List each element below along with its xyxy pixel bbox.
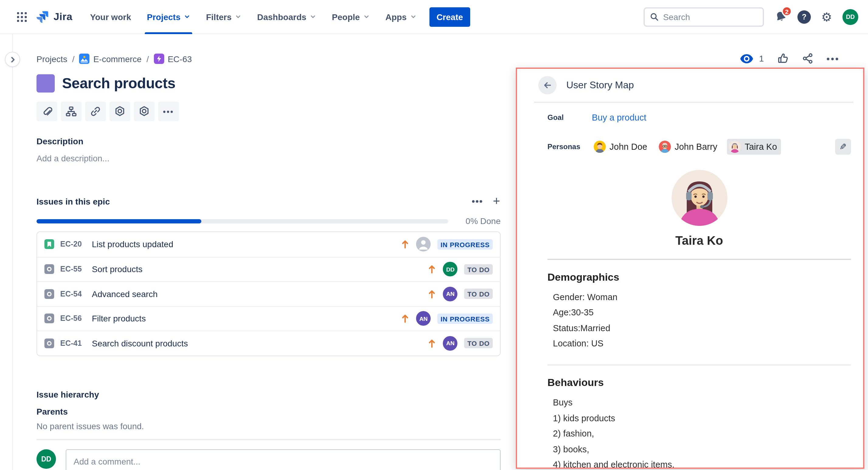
status-badge[interactable]: TO DO: [464, 338, 493, 349]
epic-issues-heading: Issues in this epic: [36, 196, 110, 206]
hexagon-target-icon: [114, 105, 126, 117]
issue-row[interactable]: EC-56 Filter products AN IN PROGRESS: [37, 306, 500, 330]
paperclip-icon: [41, 105, 53, 117]
attach-button[interactable]: [36, 102, 57, 121]
epic-more-button[interactable]: •••: [472, 196, 483, 206]
issue-row[interactable]: EC-54 Advanced search AN TO DO: [37, 281, 500, 306]
like-button[interactable]: [777, 52, 789, 64]
nav-right-cluster: 2 ? ⚙ DD: [644, 7, 858, 27]
goal-label: Goal: [548, 113, 592, 122]
comment-input[interactable]: [66, 449, 501, 470]
issue-row[interactable]: EC-20 List products updated IN PROGRESS: [37, 232, 500, 257]
jira-logo[interactable]: Jira: [36, 10, 72, 24]
assignee-avatar[interactable]: AN: [416, 312, 431, 326]
user-story-map-panel: User Story Map Goal Buy a product Person…: [516, 67, 864, 469]
status-badge[interactable]: IN PROGRESS: [437, 239, 493, 249]
chevron-down-icon: [363, 13, 370, 20]
persona-chip-taira-ko[interactable]: Taira Ko: [727, 139, 781, 155]
no-parents-text: No parent issues was found.: [36, 421, 501, 431]
back-button[interactable]: [538, 76, 557, 94]
goal-link[interactable]: Buy a product: [592, 113, 646, 122]
issue-key: EC-56: [60, 315, 86, 323]
settings-button[interactable]: ⚙: [821, 11, 832, 23]
epic-progress-fill: [36, 219, 202, 223]
breadcrumb-project[interactable]: E-commerce: [80, 54, 142, 64]
nav-item-people[interactable]: People: [326, 0, 375, 34]
status-badge[interactable]: IN PROGRESS: [437, 314, 493, 324]
thumbs-up-icon: [777, 52, 789, 64]
app-action-button-2[interactable]: [134, 102, 155, 121]
share-button[interactable]: [802, 52, 814, 64]
breadcrumb-separator: /: [72, 54, 74, 64]
priority-high-icon: [428, 339, 436, 348]
issue-row[interactable]: EC-41 Search discount products AN TO DO: [37, 330, 500, 355]
create-button[interactable]: Create: [429, 7, 470, 27]
help-button[interactable]: ?: [798, 10, 811, 24]
add-child-issue-button[interactable]: [61, 102, 82, 121]
expand-sidebar-button[interactable]: [5, 52, 20, 67]
search-input[interactable]: [663, 12, 748, 22]
global-search[interactable]: [644, 7, 764, 27]
persona-chip-john-doe[interactable]: John Doe: [592, 139, 651, 155]
priority-high-icon: [428, 289, 436, 299]
epic-color-icon[interactable]: [36, 74, 55, 92]
search-icon: [650, 12, 659, 21]
app-switcher-icon[interactable]: [12, 7, 32, 27]
issue-type-icon: [44, 314, 54, 324]
nav-item-dashboards[interactable]: Dashboards: [252, 0, 322, 34]
nav-item-apps[interactable]: Apps: [380, 0, 422, 34]
breadcrumb: Projects / E-commerce / EC-63: [36, 54, 501, 64]
assignee-avatar[interactable]: AN: [443, 336, 458, 351]
notifications-button[interactable]: 2: [774, 10, 787, 23]
jira-logo-text: Jira: [54, 11, 72, 23]
chevron-down-icon: [410, 13, 416, 20]
assignee-avatar[interactable]: DD: [443, 262, 458, 277]
priority-high-icon: [401, 314, 409, 324]
assignee-avatar-unassigned[interactable]: [416, 237, 431, 252]
description-placeholder[interactable]: Add a description...: [36, 153, 501, 163]
pencil-icon: ✎: [839, 142, 846, 152]
persona-chip-john-barry[interactable]: John Barry: [657, 139, 721, 155]
grid-icon: [17, 11, 27, 22]
chevron-down-icon: [183, 13, 190, 20]
app-action-button[interactable]: [110, 102, 130, 121]
issue-key: EC-41: [60, 339, 86, 348]
edit-personas-button[interactable]: ✎: [835, 139, 851, 155]
breadcrumb-issue[interactable]: EC-63: [154, 54, 192, 64]
issue-row[interactable]: EC-55 Sort products DD TO DO: [37, 257, 500, 281]
behaviour-item: 2) fashion,: [553, 426, 851, 442]
share-icon: [802, 52, 814, 64]
watch-button[interactable]: 1: [740, 53, 764, 64]
issue-summary[interactable]: Sort products: [92, 265, 422, 274]
issue-toolbar: •••: [36, 102, 501, 121]
profile-avatar[interactable]: DD: [842, 9, 858, 25]
comment-avatar[interactable]: DD: [36, 449, 56, 468]
issue-summary[interactable]: List products updated: [92, 240, 395, 249]
nav-item-filters[interactable]: Filters: [200, 0, 247, 34]
panel-header: User Story Map: [517, 69, 863, 101]
issue-summary[interactable]: Filter products: [92, 314, 395, 324]
epic-done-label: 0% Done: [466, 216, 501, 226]
project-avatar-icon: [80, 54, 90, 64]
more-toolbar-button[interactable]: •••: [158, 102, 179, 121]
nav-item-projects[interactable]: Projects: [142, 0, 196, 34]
add-issue-button[interactable]: +: [493, 194, 501, 208]
issue-summary[interactable]: Search discount products: [92, 339, 422, 348]
breadcrumb-projects[interactable]: Projects: [36, 54, 67, 64]
person-icon: [416, 237, 431, 252]
status-badge[interactable]: TO DO: [464, 289, 493, 299]
story-icon: [44, 240, 54, 249]
sidebar-divider: [12, 34, 13, 470]
demographics-heading: Demographics: [548, 271, 851, 284]
divider: [36, 439, 501, 440]
issue-key: EC-55: [60, 265, 86, 274]
nav-item-your-work[interactable]: Your work: [85, 0, 136, 34]
behaviour-item: 4) kitchen and electronic items.: [553, 457, 851, 469]
link-issue-button[interactable]: [85, 102, 106, 121]
issue-summary[interactable]: Advanced search: [92, 289, 422, 299]
status-badge[interactable]: TO DO: [464, 264, 493, 274]
assignee-avatar[interactable]: AN: [443, 287, 458, 301]
more-actions-button[interactable]: •••: [827, 53, 840, 64]
persona-name: John Doe: [610, 142, 647, 152]
chevron-down-icon: [309, 13, 316, 20]
